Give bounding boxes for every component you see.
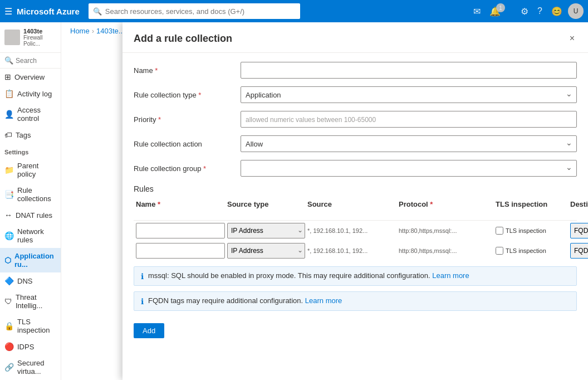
row2-name-input[interactable] <box>136 243 225 259</box>
sidebar-item-label: Threat Intellig... <box>16 293 56 310</box>
row2-tls-cell: TLS inspection <box>496 247 568 255</box>
sidebar-item-label: Overview <box>14 73 45 81</box>
mssql-learn-more-link[interactable]: Learn more <box>432 271 469 280</box>
avatar[interactable]: U <box>568 3 584 19</box>
table-row: IP Address *, 192.168.10.1, 192... http:… <box>134 221 577 241</box>
row1-tls-checkbox[interactable] <box>496 227 503 235</box>
col-source: Source <box>307 200 396 217</box>
name-row: Name * <box>134 62 577 79</box>
sidebar-item-access-control[interactable]: 👤 Access control <box>0 102 61 126</box>
sidebar-item-label: DNAT rules <box>16 211 52 220</box>
row2-dest-type-wrapper: FQDN Tag <box>570 243 588 259</box>
row1-source-type-select[interactable]: IP Address <box>227 223 305 238</box>
sidebar-item-label: Parent policy <box>17 162 56 178</box>
threat-icon: 🛡 <box>4 297 12 306</box>
access-icon: 👤 <box>4 110 14 119</box>
table-row: IP Address *, 192.168.10.1, 192... http:… <box>134 241 577 261</box>
sidebar-item-tags[interactable]: 🏷 Tags <box>0 126 61 143</box>
add-button[interactable]: Add <box>134 323 164 338</box>
sidebar-search[interactable]: 🔍 <box>0 53 61 69</box>
priority-row: Priority * <box>134 111 577 128</box>
sidebar: 1403te Firewall Polic... 🔍 ⊞ Overview 📋 … <box>0 22 61 380</box>
group-row: Rule collection group * <box>134 160 577 177</box>
mssql-info-text: mssql: SQL should be enabled in proxy mo… <box>148 271 469 280</box>
fqdn-info-message: ℹ FQDN tags may require additional confi… <box>134 291 577 311</box>
row2-source-type-select[interactable]: IP Address <box>227 243 305 259</box>
topbar-icons: ✉ 🔔 1 ⚙ ? 😊 U <box>470 3 584 19</box>
sidebar-item-idps[interactable]: 🔴 IDPS <box>0 338 61 355</box>
mssql-info-message: ℹ mssql: SQL should be enabled in proxy … <box>134 266 577 286</box>
feedback-icon[interactable]: 😊 <box>548 4 566 19</box>
sidebar-search-input[interactable] <box>16 57 56 65</box>
type-select[interactable]: Application <box>241 86 577 103</box>
sidebar-item-threat-intel[interactable]: 🛡 Threat Intellig... <box>0 289 61 314</box>
action-row: Rule collection action Allow <box>134 135 577 152</box>
sidebar-item-label: Secured virtua... <box>17 359 56 376</box>
topbar: ☰ Microsoft Azure 🔍 ✉ 🔔 1 ⚙ ? 😊 U <box>0 0 588 22</box>
settings-icon[interactable]: ⚙ <box>517 4 532 19</box>
help-icon[interactable]: ? <box>534 4 546 18</box>
row1-protocol-text: http:80,https,mssql:... <box>399 227 493 234</box>
dnat-icon: ↔ <box>4 211 12 220</box>
badge-icon: 1 <box>496 3 505 12</box>
overview-icon: ⊞ <box>4 72 11 81</box>
app-icon: ⬡ <box>4 256 11 265</box>
sidebar-item-secured-vhub-1[interactable]: 🔗 Secured virtua... <box>0 355 61 379</box>
info-icon: ℹ <box>141 272 144 281</box>
row1-dest-type-cell: FQDN Tag <box>570 223 588 238</box>
tags-icon: 🏷 <box>4 130 12 139</box>
fqdn-info-text: FQDN tags may require additional configu… <box>148 296 342 305</box>
hamburger-icon[interactable]: ☰ <box>4 6 12 17</box>
sidebar-item-overview[interactable]: ⊞ Overview <box>0 69 61 85</box>
action-select-wrapper: Allow <box>241 135 577 152</box>
sidebar-item-dnat-rules[interactable]: ↔ DNAT rules <box>0 207 61 223</box>
topbar-search[interactable]: 🔍 <box>89 3 300 19</box>
layout: 1403te Firewall Polic... 🔍 ⊞ Overview 📋 … <box>0 22 588 380</box>
sidebar-item-network-rules[interactable]: 🌐 Network rules <box>0 223 61 248</box>
sidebar-item-dns[interactable]: 🔷 DNS <box>0 272 61 289</box>
sidebar-item-label: Rule collections <box>17 186 56 203</box>
resource-name: 1403te <box>23 28 56 35</box>
sidebar-resource: 1403te Firewall Polic... <box>0 22 61 53</box>
breadcrumb-resource[interactable]: 1403te... <box>96 27 125 35</box>
group-label: Rule collection group * <box>134 164 234 173</box>
row2-source-text: *, 192.168.10.1, 192... <box>307 247 396 254</box>
row1-tls-label: TLS inspection <box>506 227 546 234</box>
sidebar-item-rule-collections[interactable]: 📑 Rule collections <box>0 182 61 207</box>
fqdn-learn-more-link[interactable]: Learn more <box>305 296 342 305</box>
sidebar-item-label: IDPS <box>17 343 34 351</box>
row2-tls-checkbox[interactable] <box>496 247 503 255</box>
breadcrumb-home[interactable]: Home <box>70 27 90 35</box>
topbar-search-input[interactable] <box>105 7 296 16</box>
name-input[interactable] <box>241 62 577 79</box>
add-rule-collection-modal: Add a rule collection × Name * Rule coll… <box>122 22 588 380</box>
main-content: Home › 1403te... Add a rule collection ×… <box>61 22 588 380</box>
dns-icon: 🔷 <box>4 276 14 285</box>
close-button[interactable]: × <box>567 31 577 46</box>
sidebar-item-parent-policy[interactable]: 📁 Parent policy <box>0 158 61 182</box>
row1-name-input[interactable] <box>136 223 225 238</box>
sidebar-item-activity-log[interactable]: 📋 Activity log <box>0 85 61 102</box>
sidebar-item-label: TLS inspection <box>17 318 56 334</box>
sidebar-item-label: Network rules <box>17 227 56 244</box>
group-select[interactable] <box>241 160 577 177</box>
sidebar-item-tls[interactable]: 🔒 TLS inspection <box>0 314 61 338</box>
priority-input[interactable] <box>241 111 577 128</box>
email-icon[interactable]: ✉ <box>470 4 484 19</box>
action-label: Rule collection action <box>134 140 234 148</box>
row1-dest-type-select[interactable]: FQDN Tag <box>570 223 588 238</box>
idps-icon: 🔴 <box>4 342 14 351</box>
col-source-type: Source type <box>227 200 305 217</box>
row1-source-type-cell: IP Address <box>227 223 305 238</box>
sidebar-item-application-rules[interactable]: ⬡ Application ru... <box>0 248 61 272</box>
resource-sub: Firewall Polic... <box>23 35 56 47</box>
activity-icon: 📋 <box>4 89 14 98</box>
brand-label: Microsoft Azure <box>17 7 80 16</box>
group-select-wrapper <box>241 160 577 177</box>
row2-dest-type-select[interactable]: FQDN Tag <box>570 243 588 259</box>
row2-source-type-cell: IP Address <box>227 243 305 259</box>
action-select[interactable]: Allow <box>241 135 577 152</box>
sidebar-item-label: Access control <box>17 106 56 123</box>
rules-title: Rules <box>134 184 577 193</box>
row1-tls-cell: TLS inspection <box>496 227 568 235</box>
